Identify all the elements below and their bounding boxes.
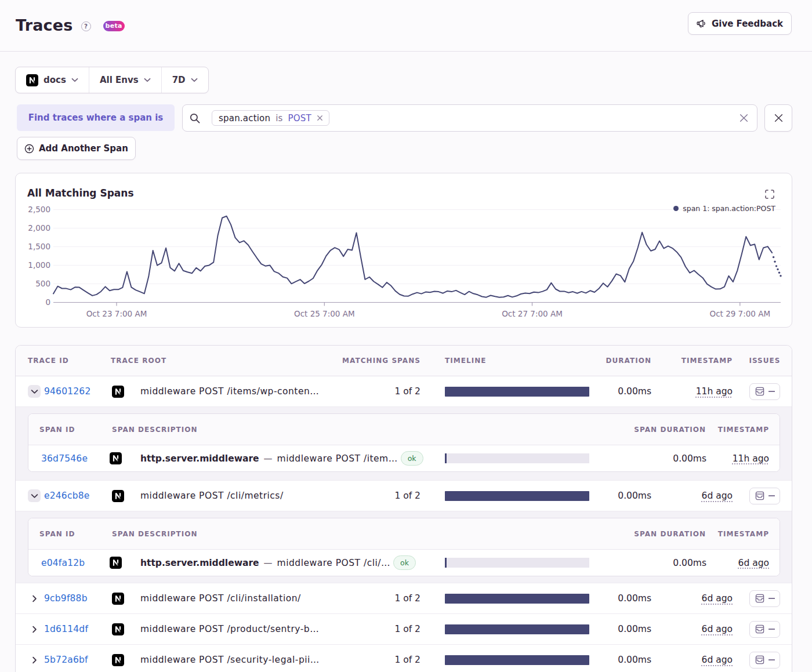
issues-icon [755,594,764,603]
give-feedback-button[interactable]: Give Feedback [688,12,792,35]
collapse-trace-icon[interactable] [28,489,41,502]
col-issues: ISSUES [738,357,792,365]
trace-timeline-bar [445,655,589,665]
span-operation: http.server.middleware [140,558,259,568]
environment-selector-label: All Envs [100,75,139,85]
expand-trace-icon[interactable] [28,623,41,635]
trace-root-text: middleware POST /product/sentry-b… [140,624,319,634]
dash-icon [768,629,775,630]
matching-spans-cell: 1 of 2 [332,386,432,397]
issues-button[interactable] [749,621,780,638]
timestamp-text[interactable]: 11h ago [696,386,733,397]
remove-span-condition-button[interactable] [764,104,792,132]
col-span-duration: SPAN DURATION [592,426,714,434]
give-feedback-label: Give Feedback [712,19,783,29]
nextjs-icon [26,74,38,86]
trace-id-link[interactable]: 94601262 [44,386,91,397]
trace-row: 9cb9f88b middleware POST /cli/installati… [16,583,792,614]
col-span-description: SPAN DESCRIPTION [110,426,429,434]
add-another-span-label: Add Another Span [39,143,128,154]
token-value: POST [288,113,311,123]
plus-circle-icon [24,144,34,154]
issues-cell [738,621,792,638]
col-span-duration: SPAN DURATION [592,530,714,538]
span-timestamp-text[interactable]: 6d ago [738,558,769,568]
svg-text:Oct 27 7:00 AM: Oct 27 7:00 AM [502,309,563,318]
timestamp-text[interactable]: 6d ago [702,491,733,501]
timestamp-text[interactable]: 6d ago [702,624,733,634]
nextjs-icon [110,452,122,464]
chart-legend[interactable]: span 1: span.action:POST [673,204,775,213]
issues-cell [738,590,792,607]
matching-spans-panel: SPAN ID SPAN DESCRIPTION SPAN DURATION T… [28,413,780,472]
col-span-timestamp: TIMESTAMP [714,426,780,434]
span-id-link[interactable]: 36d7546e [41,453,88,464]
megaphone-icon [697,19,706,28]
issues-icon [755,491,764,500]
trace-id-link[interactable]: 9cb9f88b [44,593,88,604]
legend-dot-icon [673,206,679,211]
matching-spans-cell: 1 of 2 [332,593,432,604]
col-span-description: SPAN DESCRIPTION [110,530,429,538]
col-duration: DURATION [594,357,657,365]
all-matching-spans-chart-card: 2,5002,0001,5001,0005000Oct 23 7:00 AMOc… [15,173,792,328]
find-traces-where-label: Find traces where a span is [17,104,175,131]
duration-cell: 0.00ms [594,491,657,501]
environment-selector[interactable]: All Envs [89,67,161,93]
svg-text:1,500: 1,500 [28,242,50,251]
issues-cell [738,488,792,504]
trace-id-link[interactable]: 1d6114df [44,624,88,634]
trace-timeline-bar [445,624,589,634]
expanded-trace-section: SPAN ID SPAN DESCRIPTION SPAN DURATION T… [16,511,792,583]
issues-button[interactable] [749,488,780,504]
timestamp-text[interactable]: 6d ago [702,655,733,665]
span-timeline-track [447,453,589,463]
date-range-selector-label: 7D [172,75,186,85]
duration-cell: 0.00ms [594,624,657,634]
timestamp-text[interactable]: 6d ago [702,593,733,604]
timestamp-cell: 11h ago [657,386,738,397]
span-description-text: middleware POST /cli/… [277,558,390,568]
matching-spans-cell: 1 of 2 [332,491,432,501]
trace-id-link[interactable]: e246cb8e [44,491,89,501]
nextjs-icon [112,386,124,398]
trace-root-cell: middleware POST /cli/installation/ [111,593,332,605]
trace-root-cell: middleware POST /items/wp-conten… [111,386,332,398]
date-range-selector[interactable]: 7D [161,67,208,93]
page-filter-bar: docs All Envs 7D [15,67,209,93]
trace-root-cell: middleware POST /security-legal-pii… [111,654,332,666]
clear-search-icon[interactable] [739,113,749,123]
trace-id-link[interactable]: 5b72a6bf [44,655,88,665]
trace-root-text: middleware POST /items/wp-conten… [140,386,319,397]
issues-button[interactable] [749,590,780,607]
col-timestamp: TIMESTAMP [657,357,738,365]
trace-id-cell: e246cb8e [16,489,111,502]
span-timeline-cell [429,453,592,463]
span-timestamp-text[interactable]: 11h ago [733,453,769,464]
svg-text:1,000: 1,000 [28,260,50,270]
span-row: 36d7546e http.server.middleware — middle… [28,445,780,471]
expand-trace-icon[interactable] [28,653,41,666]
add-another-span-button[interactable]: Add Another Span [17,137,136,160]
matching-spans-panel: SPAN ID SPAN DESCRIPTION SPAN DURATION T… [28,518,780,576]
expand-trace-icon[interactable] [28,592,41,605]
issues-button[interactable] [749,383,780,400]
span-separator: — [264,558,273,568]
span-id-link[interactable]: e04fa12b [41,558,85,568]
search-token[interactable]: span.action is POST [212,110,329,126]
issues-button[interactable] [749,652,780,669]
collapse-trace-icon[interactable] [28,385,41,398]
trace-id-cell: 1d6114df [16,623,111,635]
timestamp-cell: 6d ago [657,655,738,665]
help-icon[interactable]: ? [81,21,91,31]
span-search-input[interactable]: span.action is POST [182,104,757,132]
fullscreen-icon[interactable] [765,190,774,199]
project-selector[interactable]: docs [16,67,89,93]
span-id-cell: e04fa12b [28,558,110,568]
nextjs-icon [112,623,124,635]
issues-cell [738,652,792,669]
remove-token-icon[interactable] [317,115,323,121]
col-timeline: TIMELINE [432,357,594,365]
nextjs-icon [112,490,124,502]
span-timestamp-cell: 6d ago [714,558,780,568]
